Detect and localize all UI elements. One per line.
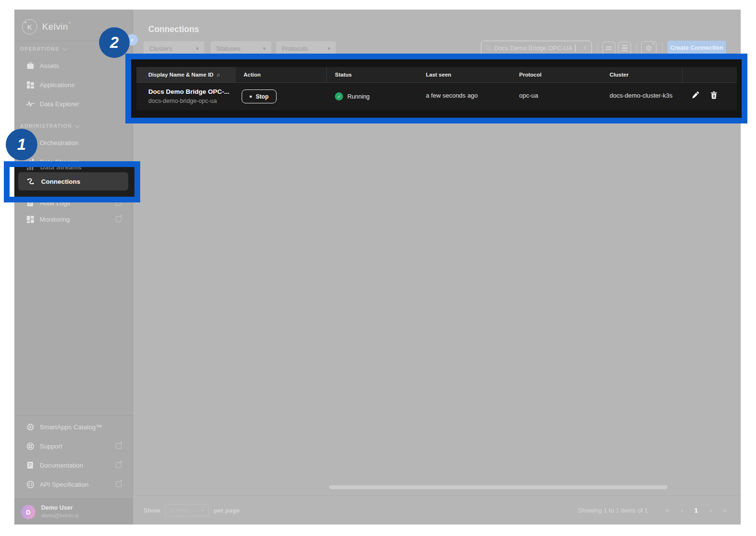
- column-header-name[interactable]: Display Name & Name ID ↓↑: [148, 67, 219, 82]
- user-profile[interactable]: D Demo User demo@kelvin.ai: [14, 499, 133, 525]
- create-connection-button[interactable]: Create Connection: [667, 41, 726, 55]
- clear-search-icon[interactable]: ×: [583, 44, 587, 52]
- section-operations[interactable]: OPERATIONS: [20, 46, 66, 52]
- logo-text: Kelvin: [42, 22, 68, 32]
- external-link-icon: [116, 462, 122, 468]
- delete-icon[interactable]: [710, 91, 718, 99]
- sidebar-item-label: Assets: [40, 62, 59, 69]
- chevron-down-icon: [63, 46, 67, 51]
- sidebar-item-support[interactable]: Support: [14, 436, 133, 456]
- tutorial-highlight-sidebar: Data Streams Connections: [4, 161, 140, 202]
- sidebar-item-label: Connections: [41, 178, 80, 185]
- page-margin-strip: [10, 167, 14, 197]
- sidebar-divider: [14, 415, 133, 416]
- table-row[interactable]: Docs Demo Bridge OPC-... docs-demo-bridg…: [136, 82, 737, 110]
- list-icon: [622, 45, 628, 46]
- user-email: demo@kelvin.ai: [41, 513, 78, 518]
- view-comfortable-button[interactable]: [602, 42, 615, 55]
- sidebar-item-applications[interactable]: Applications: [14, 75, 133, 94]
- user-name: Demo User: [41, 504, 73, 511]
- kelvin-logo-icon: K: [22, 19, 37, 34]
- tutorial-highlight-table: Display Name & Name ID ↓↑ Action Status …: [125, 54, 747, 123]
- stop-button[interactable]: ■ Stop: [242, 89, 277, 103]
- text-cursor: [575, 45, 576, 52]
- api-specification-icon: [26, 480, 34, 489]
- search-value: Docs Demo Bridge OPC-UA: [494, 45, 572, 52]
- external-link-icon: [116, 481, 122, 487]
- external-link-icon: [116, 216, 122, 222]
- toolbar-divider: [662, 43, 662, 53]
- pagination-bar: Show 8 items ▾ per page Showing 1 to 1 i…: [133, 495, 741, 525]
- toolbar-divider: [636, 43, 637, 53]
- caret-down-icon: ▾: [327, 45, 330, 52]
- sort-icon: ↓↑: [216, 72, 219, 78]
- sidebar-item-connections-selected[interactable]: Connections: [18, 172, 128, 190]
- caret-down-icon: ▾: [201, 508, 204, 513]
- cluster-value: docs-demo-cluster-k3s: [610, 92, 673, 99]
- edit-icon[interactable]: [691, 91, 700, 99]
- sidebar-item-documentation[interactable]: Documentation: [14, 456, 133, 475]
- previous-page-button[interactable]: ‹: [675, 506, 689, 514]
- first-page-button[interactable]: «: [660, 506, 675, 514]
- support-icon: [26, 442, 34, 450]
- status-running-icon: ✓: [335, 92, 343, 100]
- last-seen-value: a few seconds ago: [426, 92, 478, 99]
- section-administration[interactable]: ADMINISTRATION: [20, 123, 78, 129]
- sidebar-item-smartapps-catalog[interactable]: SmartApps Catalog™: [14, 417, 133, 436]
- page-size-select[interactable]: 8 items ▾: [165, 504, 209, 516]
- sidebar-item-label: Data Explorer: [40, 100, 79, 108]
- sidebar-item-label: Applications: [40, 81, 75, 89]
- kelvin-logo[interactable]: K Kelvin: [22, 19, 68, 34]
- column-header-protocol[interactable]: Protocol: [519, 67, 542, 82]
- view-compact-button[interactable]: [618, 42, 631, 55]
- search-icon: [486, 45, 491, 51]
- chevron-left-icon: ‹: [131, 36, 133, 44]
- chevron-down-icon: [75, 123, 80, 128]
- sidebar: K Kelvin OPERATIONS Assets Applications …: [14, 10, 133, 525]
- tutorial-step-badge-1: 1: [6, 129, 37, 160]
- table-settings-button[interactable]: ⚙ +: [641, 41, 656, 55]
- column-header-action[interactable]: Action: [244, 67, 261, 82]
- column-header-cluster[interactable]: Cluster: [610, 67, 629, 82]
- gear-icon: ⚙: [645, 44, 652, 53]
- documentation-icon: [26, 461, 34, 469]
- page-title: Connections: [148, 24, 199, 34]
- data-explorer-icon: [26, 100, 34, 108]
- next-page-button[interactable]: ›: [703, 506, 718, 514]
- applications-icon: [26, 80, 34, 89]
- connections-table: Display Name & Name ID ↓↑ Action Status …: [136, 67, 737, 110]
- status-badge: Running: [347, 93, 370, 100]
- sidebar-item-assets[interactable]: Assets: [14, 56, 133, 75]
- connections-icon: [26, 177, 35, 186]
- show-label: Show: [144, 507, 160, 514]
- tutorial-step-badge-2: 2: [99, 27, 130, 58]
- pagination-summary: Showing 1 to 1 items of 1: [578, 507, 648, 514]
- avatar: D: [21, 505, 35, 519]
- sidebar-item-data-explorer[interactable]: Data Explorer: [14, 94, 133, 113]
- protocol-value: opc-ua: [519, 92, 538, 99]
- horizontal-scrollbar[interactable]: [329, 485, 667, 489]
- sidebar-item-label: Orchestration: [40, 139, 78, 146]
- column-header-status[interactable]: Status: [335, 67, 352, 82]
- last-page-button[interactable]: »: [718, 506, 732, 514]
- toolbar-divider: [598, 43, 598, 53]
- sidebar-item-label: Documentation: [40, 462, 83, 469]
- search-input[interactable]: Docs Demo Bridge OPC-UA ×: [481, 41, 592, 55]
- sidebar-item-label: SmartApps Catalog™: [40, 424, 102, 431]
- sidebar-item-label: Data Streams: [40, 167, 81, 171]
- monitoring-icon: [26, 215, 34, 223]
- data-streams-icon: [26, 167, 34, 171]
- table-header-row: Display Name & Name ID ↓↑ Action Status …: [136, 67, 737, 82]
- sidebar-item-monitoring[interactable]: Monitoring: [14, 210, 133, 229]
- caret-down-icon: ▾: [196, 45, 199, 52]
- smartapps-catalog-icon: [26, 423, 34, 431]
- current-page-button[interactable]: 1: [689, 507, 703, 514]
- column-header-last-seen[interactable]: Last seen: [426, 67, 451, 82]
- sidebar-item-api-specification[interactable]: API Specification: [14, 475, 133, 494]
- sidebar-item-label: API Specification: [40, 481, 89, 488]
- per-page-label: per page: [214, 507, 240, 514]
- caret-down-icon: ▾: [263, 45, 266, 52]
- stop-square-icon: ■: [250, 95, 252, 99]
- external-link-icon: [116, 443, 122, 449]
- assets-icon: [26, 61, 34, 70]
